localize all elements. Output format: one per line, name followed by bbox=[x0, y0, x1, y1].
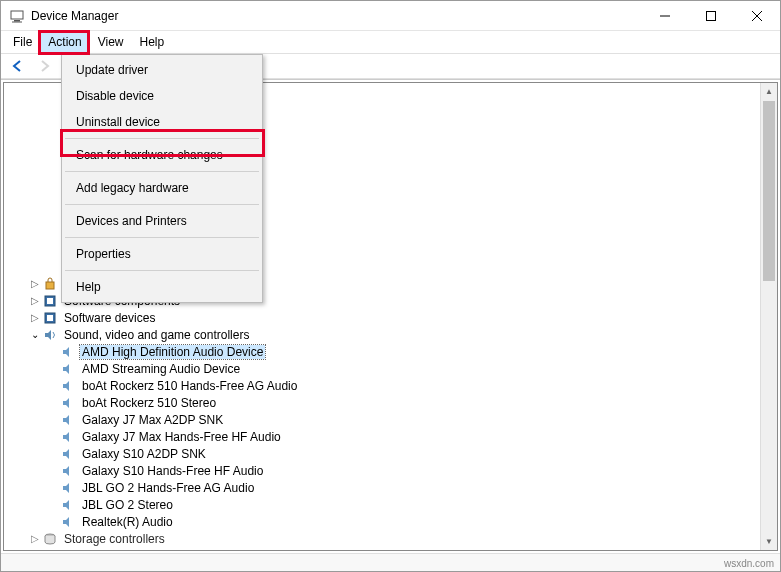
app-icon bbox=[9, 8, 25, 24]
tree-item-sound-device[interactable]: Realtek(R) Audio bbox=[4, 513, 760, 530]
menu-separator bbox=[65, 171, 259, 172]
tree-item-sound-device[interactable]: JBL GO 2 Stereo bbox=[4, 496, 760, 513]
minimize-button[interactable] bbox=[642, 1, 688, 31]
window-title: Device Manager bbox=[31, 9, 642, 23]
chevron-right-icon[interactable]: ▷ bbox=[28, 533, 42, 544]
menu-disable-device[interactable]: Disable device bbox=[64, 83, 260, 109]
scroll-down-icon[interactable]: ▼ bbox=[761, 533, 777, 550]
menu-view[interactable]: View bbox=[90, 31, 132, 53]
menu-separator bbox=[65, 270, 259, 271]
svg-rect-1 bbox=[14, 20, 20, 22]
tree-category-sound[interactable]: ⌄ Sound, video and game controllers bbox=[4, 326, 760, 343]
tree-label: AMD High Definition Audio Device bbox=[80, 345, 265, 359]
menu-uninstall-device[interactable]: Uninstall device bbox=[64, 109, 260, 135]
menu-help[interactable]: Help bbox=[132, 31, 173, 53]
menu-separator bbox=[65, 237, 259, 238]
storage-icon bbox=[42, 531, 58, 547]
chevron-right-icon[interactable]: ▷ bbox=[28, 278, 42, 289]
tree-item-sound-device[interactable]: boAt Rockerz 510 Hands-Free AG Audio bbox=[4, 377, 760, 394]
menu-bar: File Action View Help bbox=[1, 31, 780, 53]
speaker-icon bbox=[60, 344, 76, 360]
tree-item-sound-device[interactable]: JBL GO 2 Hands-Free AG Audio bbox=[4, 479, 760, 496]
action-dropdown-menu: Update driver Disable device Uninstall d… bbox=[61, 54, 263, 303]
speaker-icon bbox=[60, 429, 76, 445]
tree-label: Galaxy J7 Max A2DP SNK bbox=[80, 413, 225, 427]
scroll-up-icon[interactable]: ▲ bbox=[761, 83, 777, 100]
menu-scan-hardware[interactable]: Scan for hardware changes bbox=[64, 142, 260, 168]
speaker-icon bbox=[60, 446, 76, 462]
tree-label: Software devices bbox=[62, 311, 157, 325]
speaker-icon bbox=[60, 463, 76, 479]
forward-button[interactable] bbox=[33, 56, 55, 76]
tree-label: Galaxy S10 A2DP SNK bbox=[80, 447, 208, 461]
tree-label: AMD Streaming Audio Device bbox=[80, 362, 242, 376]
speaker-icon bbox=[60, 497, 76, 513]
chevron-down-icon[interactable]: ⌄ bbox=[28, 329, 42, 340]
tree-label: Galaxy J7 Max Hands-Free HF Audio bbox=[80, 430, 283, 444]
chevron-right-icon[interactable]: ▷ bbox=[28, 312, 42, 323]
tree-label: boAt Rockerz 510 Stereo bbox=[80, 396, 218, 410]
maximize-button[interactable] bbox=[688, 1, 734, 31]
menu-devices-printers[interactable]: Devices and Printers bbox=[64, 208, 260, 234]
vertical-scrollbar[interactable]: ▲ ▼ bbox=[760, 83, 777, 550]
svg-rect-2 bbox=[12, 21, 22, 22]
menu-separator bbox=[65, 204, 259, 205]
menu-action[interactable]: Action bbox=[40, 31, 89, 53]
security-device-icon bbox=[42, 276, 58, 292]
tree-label: Galaxy S10 Hands-Free HF Audio bbox=[80, 464, 265, 478]
tree-label: boAt Rockerz 510 Hands-Free AG Audio bbox=[80, 379, 299, 393]
speaker-icon bbox=[60, 395, 76, 411]
software-component-icon bbox=[42, 293, 58, 309]
watermark: wsxdn.com bbox=[724, 558, 774, 569]
tree-label: Sound, video and game controllers bbox=[62, 328, 251, 342]
close-button[interactable] bbox=[734, 1, 780, 31]
svg-rect-9 bbox=[47, 298, 53, 304]
tree-item-sound-device[interactable]: Galaxy J7 Max A2DP SNK bbox=[4, 411, 760, 428]
tree-item-sound-device[interactable]: boAt Rockerz 510 Stereo bbox=[4, 394, 760, 411]
svg-rect-4 bbox=[707, 11, 716, 20]
menu-properties[interactable]: Properties bbox=[64, 241, 260, 267]
title-bar: Device Manager bbox=[1, 1, 780, 31]
svg-rect-11 bbox=[47, 315, 53, 321]
menu-file[interactable]: File bbox=[5, 31, 40, 53]
back-button[interactable] bbox=[7, 56, 29, 76]
menu-separator bbox=[65, 138, 259, 139]
speaker-icon bbox=[60, 361, 76, 377]
speaker-icon bbox=[60, 378, 76, 394]
tree-item-sound-device[interactable]: Galaxy S10 A2DP SNK bbox=[4, 445, 760, 462]
window-controls bbox=[642, 1, 780, 31]
speaker-icon bbox=[60, 480, 76, 496]
tree-label: JBL GO 2 Hands-Free AG Audio bbox=[80, 481, 256, 495]
menu-update-driver[interactable]: Update driver bbox=[64, 57, 260, 83]
scrollbar-thumb[interactable] bbox=[763, 101, 775, 281]
tree-label: JBL GO 2 Stereo bbox=[80, 498, 175, 512]
tree-item-sound-device[interactable]: Galaxy J7 Max Hands-Free HF Audio bbox=[4, 428, 760, 445]
tree-category-software-devices[interactable]: ▷ Software devices bbox=[4, 309, 760, 326]
speaker-icon bbox=[60, 412, 76, 428]
tree-item-sound-device[interactable]: AMD High Definition Audio Device bbox=[4, 343, 760, 360]
svg-rect-7 bbox=[46, 282, 54, 289]
tree-category-storage[interactable]: ▷ Storage controllers bbox=[4, 530, 760, 547]
status-bar bbox=[1, 553, 780, 571]
svg-rect-0 bbox=[11, 11, 23, 19]
tree-item-sound-device[interactable]: Galaxy S10 Hands-Free HF Audio bbox=[4, 462, 760, 479]
speaker-icon bbox=[60, 514, 76, 530]
tree-item-sound-device[interactable]: AMD Streaming Audio Device bbox=[4, 360, 760, 377]
software-device-icon bbox=[42, 310, 58, 326]
sound-icon bbox=[42, 327, 58, 343]
tree-label: Storage controllers bbox=[62, 532, 167, 546]
tree-label: Realtek(R) Audio bbox=[80, 515, 175, 529]
menu-help-item[interactable]: Help bbox=[64, 274, 260, 300]
menu-add-legacy[interactable]: Add legacy hardware bbox=[64, 175, 260, 201]
chevron-right-icon[interactable]: ▷ bbox=[28, 295, 42, 306]
